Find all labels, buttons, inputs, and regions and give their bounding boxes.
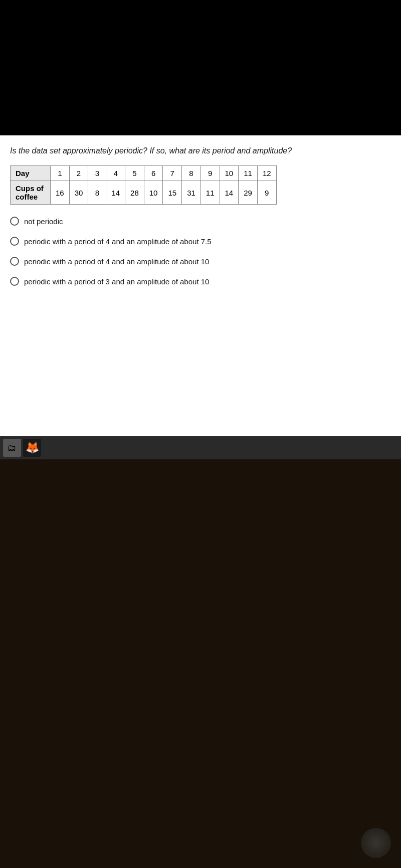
cups-val-2: 30 bbox=[69, 181, 88, 205]
radio-4[interactable] bbox=[10, 277, 19, 286]
day-col-2: 2 bbox=[69, 166, 88, 181]
file-manager-icon: 🗂 bbox=[8, 443, 17, 453]
taskbar: 🗂 🦊 bbox=[0, 436, 401, 459]
cups-header: Cups ofcoffee bbox=[11, 181, 51, 205]
firefox-button[interactable]: 🦊 bbox=[23, 439, 41, 457]
cups-val-11: 29 bbox=[239, 181, 258, 205]
cups-val-8: 31 bbox=[182, 181, 201, 205]
day-col-9: 9 bbox=[200, 166, 220, 181]
cups-val-1: 16 bbox=[51, 181, 70, 205]
cups-val-7: 15 bbox=[163, 181, 182, 205]
firefox-icon: 🦊 bbox=[26, 441, 39, 454]
option-2-label: periodic with a period of 4 and an ampli… bbox=[24, 237, 212, 246]
cups-val-4: 14 bbox=[106, 181, 125, 205]
option-3-label: periodic with a period of 4 and an ampli… bbox=[24, 257, 209, 266]
cups-val-5: 28 bbox=[125, 181, 144, 205]
option-1-label: not periodic bbox=[24, 217, 63, 226]
day-col-10: 10 bbox=[220, 166, 239, 181]
day-header: Day bbox=[11, 166, 51, 181]
desktop-watermark bbox=[361, 828, 391, 858]
day-col-3: 3 bbox=[88, 166, 106, 181]
day-col-5: 5 bbox=[125, 166, 144, 181]
day-col-1: 1 bbox=[51, 166, 70, 181]
day-col-8: 8 bbox=[182, 166, 201, 181]
cups-val-3: 8 bbox=[88, 181, 106, 205]
day-col-7: 7 bbox=[163, 166, 182, 181]
radio-1[interactable] bbox=[10, 217, 19, 226]
option-1[interactable]: not periodic bbox=[10, 217, 391, 226]
option-2[interactable]: periodic with a period of 4 and an ampli… bbox=[10, 237, 391, 246]
file-manager-button[interactable]: 🗂 bbox=[3, 439, 21, 457]
day-col-11: 11 bbox=[239, 166, 258, 181]
radio-2[interactable] bbox=[10, 237, 19, 246]
option-4-label: periodic with a period of 3 and an ampli… bbox=[24, 277, 209, 286]
cups-val-12: 9 bbox=[257, 181, 276, 205]
day-col-4: 4 bbox=[106, 166, 125, 181]
day-col-6: 6 bbox=[144, 166, 163, 181]
black-top-area bbox=[0, 0, 401, 135]
data-table: Day 1 2 3 4 5 6 7 8 9 10 11 12 Cups ofco… bbox=[10, 165, 277, 205]
options-list: not periodic periodic with a period of 4… bbox=[10, 217, 391, 286]
cups-val-10: 14 bbox=[220, 181, 239, 205]
question-text: Is the data set approximately periodic? … bbox=[10, 145, 391, 156]
radio-3[interactable] bbox=[10, 257, 19, 266]
option-3[interactable]: periodic with a period of 4 and an ampli… bbox=[10, 257, 391, 266]
option-4[interactable]: periodic with a period of 3 and an ampli… bbox=[10, 277, 391, 286]
cups-val-9: 11 bbox=[200, 181, 220, 205]
desktop-background bbox=[0, 459, 401, 868]
cups-val-6: 10 bbox=[144, 181, 163, 205]
day-col-12: 12 bbox=[257, 166, 276, 181]
